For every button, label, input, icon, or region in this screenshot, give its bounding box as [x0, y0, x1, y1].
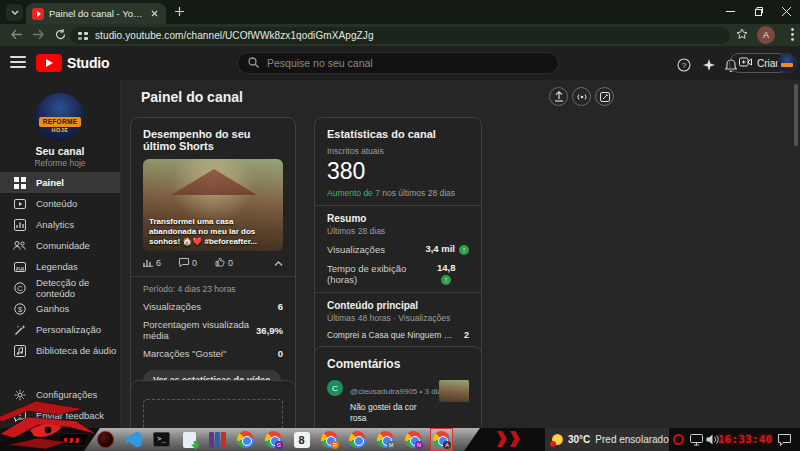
sidebar-item-personalizacao[interactable]: Personalização [0, 319, 120, 340]
avatar-banner-text: REFORME [39, 117, 81, 127]
video-title-overlay: Transformei uma casa abandonada no meu l… [149, 217, 277, 247]
stats-card-title: Estatísticas do canal [327, 128, 469, 140]
sidebar-item-label: Ganhos [36, 303, 69, 314]
file-transfer-icon[interactable] [179, 429, 200, 450]
copyright-icon: C [13, 281, 26, 294]
search-bar[interactable] [237, 52, 559, 74]
svg-text:$: $ [17, 304, 22, 313]
sidebar-item-painel[interactable]: Painel [0, 172, 120, 193]
upload-video-button[interactable] [549, 87, 568, 106]
sidebar-item-deteccao[interactable]: C Detecção de conteúdo [0, 277, 120, 298]
bookmark-star-icon[interactable] [733, 25, 751, 43]
sparkle-icon[interactable] [701, 57, 717, 73]
metric-value: 3,4 mil [425, 243, 455, 254]
metric-value-wrap: 14,8↑ [437, 262, 469, 285]
comments-icon [179, 258, 189, 269]
window-close-button[interactable] [772, 0, 800, 23]
summary-subtitle: Últimos 28 dias [327, 226, 469, 236]
page-title: Painel do canal [141, 89, 243, 105]
growth-increase: Aumento de 7 [327, 188, 380, 198]
chrome-profile-5-icon[interactable]: M [375, 429, 396, 450]
commenter-avatar[interactable]: C [327, 380, 343, 396]
site-info-icon[interactable] [78, 27, 88, 45]
sidebar-item-label: Comunidade [36, 240, 90, 251]
chrome-profile-1-icon[interactable] [235, 429, 256, 450]
search-input[interactable] [267, 57, 548, 69]
create-icon [739, 57, 752, 69]
channel-avatar-small[interactable] [777, 53, 797, 73]
rog-arrows-decoration [497, 431, 520, 447]
scrollbar-thumb[interactable] [794, 84, 798, 146]
browser-tab[interactable]: Painel do canal - YouTube Stud [26, 3, 166, 24]
help-icon[interactable]: ? [676, 57, 692, 73]
winrar-icon[interactable] [207, 429, 228, 450]
new-tab-button[interactable] [172, 5, 186, 19]
chrome-profile-3-icon[interactable]: R [319, 429, 340, 450]
taskbar-clock[interactable]: 16:33:40 [718, 433, 773, 445]
taskbar: >_ G 8 R M N A 30°C Pred ensolarad [0, 428, 800, 451]
browser-profile-avatar[interactable]: A [757, 26, 775, 44]
vscode-icon[interactable] [123, 429, 144, 450]
svg-text:C: C [17, 283, 23, 292]
chrome-profile-6-icon[interactable]: N [403, 429, 424, 450]
chrome-profile-2-icon[interactable]: G [263, 429, 284, 450]
sidebar-item-ganhos[interactable]: $ Ganhos [0, 298, 120, 319]
window-maximize-button[interactable] [744, 0, 772, 23]
video-thumbnail[interactable]: Transformei uma casa abandonada no meu l… [143, 159, 283, 251]
weather-desc: Pred ensolarado [595, 434, 668, 445]
window-minimize-button[interactable] [716, 0, 744, 23]
sidebar-item-label: Analytics [36, 219, 74, 230]
channel-avatar[interactable]: REFORME HOJE [36, 93, 84, 141]
divider [315, 292, 481, 293]
search-icon [248, 54, 259, 72]
comment-text: Não gostei da cor rosa [350, 402, 432, 424]
sidebar-item-label: Detecção de conteúdo [36, 277, 120, 299]
tab-close-icon[interactable] [148, 9, 160, 19]
metric-label: Tempo de exibição (horas) [327, 263, 437, 285]
address-bar[interactable]: studio.youtube.com/channel/UCOfWWk8zx1qo… [70, 27, 730, 44]
shorts-period: Período: 4 dias 23 horas [143, 284, 283, 294]
metric-row: Tempo de exibição (horas) 14,8↑ [327, 262, 469, 285]
chrome-profile-4-icon[interactable] [347, 429, 368, 450]
app-8-icon[interactable]: 8 [291, 429, 312, 450]
edit-button[interactable] [595, 87, 614, 106]
metric-label: Visualizações [143, 301, 201, 312]
shorts-card-title: Desempenho do seu último Shorts [143, 128, 283, 152]
channel-subtitle: Reforme hoje [0, 158, 120, 168]
channel-stats-card: Estatísticas do canal Inscritos atuais 3… [314, 117, 482, 378]
metric-value-wrap: 3,4 mil↑ [425, 243, 469, 255]
sidebar-item-conteudo[interactable]: Conteúdo [0, 193, 120, 214]
video-quick-stats: 6 0 0 [143, 257, 283, 269]
trend-up-icon: ↑ [441, 275, 451, 285]
terminal-icon[interactable]: >_ [151, 429, 172, 450]
action-center-icon[interactable] [774, 429, 795, 450]
forward-icon[interactable] [29, 25, 47, 43]
top-content-subtitle: Últimas 48 horas · Visualizações [327, 313, 469, 323]
trend-up-icon: ↑ [459, 245, 469, 255]
likes-count: 0 [228, 258, 233, 268]
sidebar-nav: Painel Conteúdo Analytics Comunidade Leg… [0, 172, 120, 361]
top-video-title: Comprei a Casa que Ninguem Queria e Olha… [327, 330, 458, 340]
sidebar-item-comunidade[interactable]: Comunidade [0, 235, 120, 256]
thumbnail-house-art [171, 169, 257, 195]
tab-title: Painel do canal - YouTube Stud [49, 8, 143, 19]
comment-video-thumbnail[interactable] [439, 380, 469, 402]
youtube-logo[interactable] [36, 54, 62, 72]
chrome-active-icon[interactable]: A [431, 429, 452, 450]
top-video-row[interactable]: Comprei a Casa que Ninguem Queria e Olha… [327, 330, 469, 340]
hamburger-menu-icon[interactable] [10, 56, 26, 68]
sidebar-item-label: Legendas [36, 261, 78, 272]
views-count: 6 [156, 258, 161, 268]
go-live-button[interactable] [572, 87, 591, 106]
collapse-chevron-icon[interactable] [274, 258, 283, 268]
back-icon[interactable] [7, 25, 25, 43]
browser-menu-icon[interactable] [783, 25, 800, 43]
tab-search-chevron-icon[interactable] [6, 4, 23, 21]
sidebar-item-label: Painel [36, 177, 64, 188]
weather-widget[interactable]: 30°C Pred ensolarado [545, 428, 669, 451]
sidebar-item-legendas[interactable]: Legendas [0, 256, 120, 277]
sidebar-item-biblioteca[interactable]: Biblioteca de áudio [0, 340, 120, 361]
reload-icon[interactable] [51, 25, 69, 43]
sidebar-item-analytics[interactable]: Analytics [0, 214, 120, 235]
comment-user[interactable]: @cleusadutra9905 [350, 387, 417, 396]
